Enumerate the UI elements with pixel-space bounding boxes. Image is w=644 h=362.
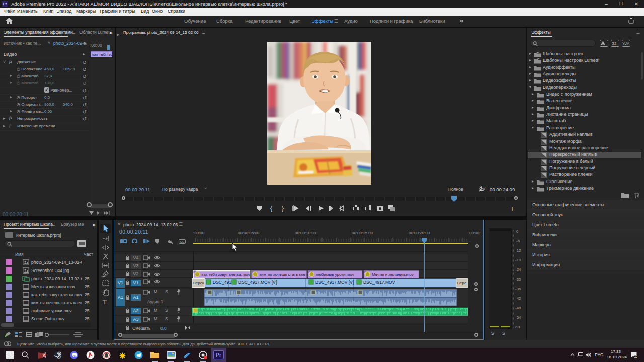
svg-text:-18: -18 <box>515 258 521 262</box>
svg-text:DSC_4917.MOV: DSC_4917.MOV <box>363 280 395 285</box>
svg-text:Перек: Перек <box>193 281 204 285</box>
svg-text:dB: dB <box>515 325 520 329</box>
svg-text:-54: -54 <box>515 315 521 320</box>
svg-text:{: { <box>270 205 272 212</box>
svg-text:-42: -42 <box>515 296 521 301</box>
svg-text:-24: -24 <box>515 267 521 272</box>
svg-text:-30: -30 <box>515 277 521 282</box>
svg-text:-6: -6 <box>516 239 520 243</box>
svg-text:0: 0 <box>516 229 519 234</box>
svg-text:YUV: YUV <box>622 42 629 45</box>
svg-text:-36: -36 <box>515 287 521 291</box>
svg-text:DSC_4917.MOV [V]: DSC_4917.MOV [V] <box>315 280 354 285</box>
svg-text:1: 1 <box>635 355 637 358</box>
svg-text:Пере: Пере <box>457 281 467 285</box>
svg-text:как тебя зовут клетка.mov: как тебя зовут клетка.mov <box>202 272 250 277</box>
svg-text:Мечты и желания.mov: Мечты и желания.mov <box>372 272 414 277</box>
svg-text:DSC_4917: DSC_4917 <box>213 280 234 285</box>
svg-text:}: } <box>282 205 284 212</box>
svg-text:32: 32 <box>612 41 617 46</box>
svg-text:DSC_4917.MOV [V]: DSC_4917.MOV [V] <box>238 280 277 285</box>
svg-text:-48: -48 <box>515 306 521 310</box>
svg-text:-12: -12 <box>515 248 521 253</box>
svg-text:любимые уроки.mov: любимые уроки.mov <box>316 272 354 277</box>
